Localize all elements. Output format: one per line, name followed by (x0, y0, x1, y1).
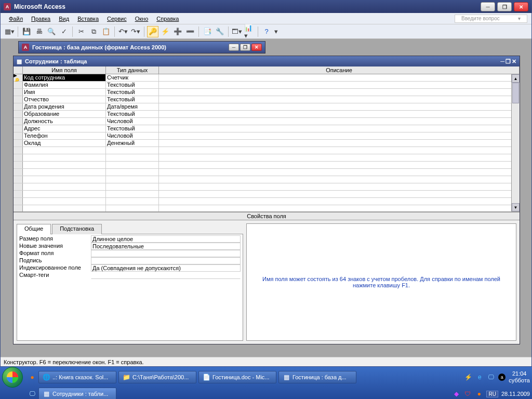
tray-monitor-icon[interactable]: 🖵 (487, 373, 495, 381)
menu-help[interactable]: Справка (152, 15, 183, 23)
index-icon[interactable]: ⚡ (159, 26, 171, 37)
field-type-cell[interactable] (106, 154, 159, 161)
close-button[interactable]: ✕ (514, 2, 528, 11)
field-desc-cell[interactable] (159, 74, 520, 81)
tray-icon[interactable]: ◆ (452, 390, 460, 398)
field-name-cell[interactable]: Оклад (23, 140, 106, 147)
clock-time[interactable]: 21:04 (512, 370, 527, 377)
table-row[interactable] (14, 191, 520, 198)
table-row[interactable]: АдресТекстовый (14, 125, 520, 132)
row-selector[interactable] (14, 125, 23, 132)
tray-ie-icon[interactable]: e (475, 373, 484, 381)
table-window-title[interactable]: ▦ Сотрудники : таблица ─ ❐ ✕ (14, 56, 520, 66)
spell-icon[interactable]: ✓ (58, 26, 70, 37)
menu-edit[interactable]: Правка (27, 15, 55, 23)
field-name-cell[interactable] (23, 176, 106, 183)
table-row[interactable]: ▶🔑Код сотрудникаСчетчик (14, 74, 520, 82)
field-name-cell[interactable]: Адрес (23, 125, 106, 132)
paste-icon[interactable]: 📋 (100, 26, 112, 37)
row-selector[interactable] (14, 154, 23, 161)
cut-icon[interactable]: ✂ (75, 26, 87, 37)
table-row[interactable]: ИмяТекстовый (14, 89, 520, 96)
row-selector[interactable] (14, 89, 23, 96)
db-window-icon[interactable]: 🗔▾ (231, 26, 243, 37)
table-row[interactable] (14, 169, 520, 176)
maximize-button[interactable]: ❐ (497, 2, 512, 11)
help-icon[interactable]: ? (261, 26, 272, 37)
taskbar-item[interactable]: ▦Сотрудники : табли... (38, 388, 116, 399)
save-icon[interactable]: 💾 (21, 26, 32, 37)
firefox-icon[interactable]: ● (28, 373, 36, 381)
row-selector[interactable] (14, 103, 23, 110)
row-selector[interactable]: ▶🔑 (14, 74, 23, 81)
row-selector[interactable] (14, 169, 23, 176)
field-desc-cell[interactable] (159, 118, 520, 125)
field-name-cell[interactable]: Дата рождения (23, 103, 106, 110)
field-desc-cell[interactable] (159, 103, 520, 110)
field-desc-cell[interactable] (159, 191, 520, 197)
undo-icon[interactable]: ↶▾ (117, 26, 129, 37)
print-icon[interactable]: 🖶 (33, 26, 45, 37)
field-name-cell[interactable]: Код сотрудника (23, 74, 106, 81)
field-name-cell[interactable] (23, 154, 106, 161)
field-desc-cell[interactable] (159, 176, 520, 183)
field-desc-cell[interactable] (159, 125, 520, 132)
row-selector[interactable] (14, 162, 23, 168)
field-desc-cell[interactable] (159, 82, 520, 88)
preview-icon[interactable]: 🔍 (46, 26, 57, 37)
table-row[interactable]: ОтчествоТекстовый (14, 96, 520, 103)
table-row[interactable]: ТелефонЧисловой (14, 132, 520, 140)
db-maximize[interactable]: ❐ (240, 44, 250, 51)
minimize-button[interactable]: ─ (481, 2, 495, 11)
start-button[interactable] (2, 367, 23, 388)
field-type-cell[interactable]: Дата/время (106, 103, 159, 110)
property-value[interactable]: Да (Совпадения не допускаются) (91, 264, 241, 272)
vertical-scrollbar[interactable]: ▲ ▼ (511, 74, 520, 211)
taskbar-item[interactable]: 🌐..: Книга сказок. Sol... (38, 371, 116, 383)
scroll-down-icon[interactable]: ▼ (512, 203, 520, 211)
field-name-cell[interactable] (23, 169, 106, 176)
menu-insert[interactable]: Вставка (73, 15, 103, 23)
tbl-maximize[interactable]: ❐ (506, 58, 511, 65)
row-selector[interactable] (14, 176, 23, 183)
field-type-cell[interactable]: Счетчик (106, 74, 159, 81)
field-name-cell[interactable]: Телефон (23, 132, 106, 139)
field-desc-cell[interactable] (159, 111, 520, 117)
field-name-cell[interactable] (23, 147, 106, 154)
field-type-cell[interactable]: Числовой (106, 132, 159, 139)
table-row[interactable]: ФамилияТекстовый (14, 82, 520, 89)
table-row[interactable] (14, 183, 520, 191)
field-desc-cell[interactable] (159, 162, 520, 168)
scroll-up-icon[interactable]: ▲ (512, 74, 520, 83)
table-row[interactable] (14, 176, 520, 183)
tray-a-icon[interactable]: a (498, 374, 506, 381)
field-type-cell[interactable] (106, 162, 159, 168)
field-type-cell[interactable] (106, 169, 159, 176)
field-name-cell[interactable]: Образование (23, 111, 106, 117)
field-name-cell[interactable]: Отчество (23, 96, 106, 103)
menu-tools[interactable]: Сервис (103, 15, 131, 23)
field-name-cell[interactable] (23, 183, 106, 190)
table-row[interactable] (14, 154, 520, 162)
table-row[interactable] (14, 198, 520, 205)
row-selector[interactable] (14, 183, 23, 190)
clock-date[interactable]: 28.11.2009 (501, 391, 530, 397)
field-name-cell[interactable] (23, 198, 106, 205)
field-desc-cell[interactable] (159, 183, 520, 190)
taskbar-item[interactable]: 📁С:\Таня\Работа\200... (118, 371, 196, 383)
tray-icon[interactable]: ⚡ (464, 373, 472, 381)
field-desc-cell[interactable] (159, 169, 520, 176)
field-type-cell[interactable] (106, 183, 159, 190)
row-selector[interactable] (14, 198, 23, 205)
table-row[interactable] (14, 147, 520, 154)
new-object-icon[interactable]: 📊▾ (244, 26, 255, 37)
col-type-header[interactable]: Тип данных (106, 66, 159, 74)
property-value[interactable]: Последовательные (91, 243, 241, 250)
field-desc-cell[interactable] (159, 205, 520, 211)
tab-lookup[interactable]: Подстановка (52, 224, 102, 234)
table-row[interactable]: ДолжностьЧисловой (14, 118, 520, 125)
col-name-header[interactable]: Имя поля (23, 66, 106, 74)
property-value[interactable]: Длинное целое (91, 235, 241, 243)
field-desc-cell[interactable] (159, 96, 520, 103)
row-selector[interactable] (14, 147, 23, 154)
